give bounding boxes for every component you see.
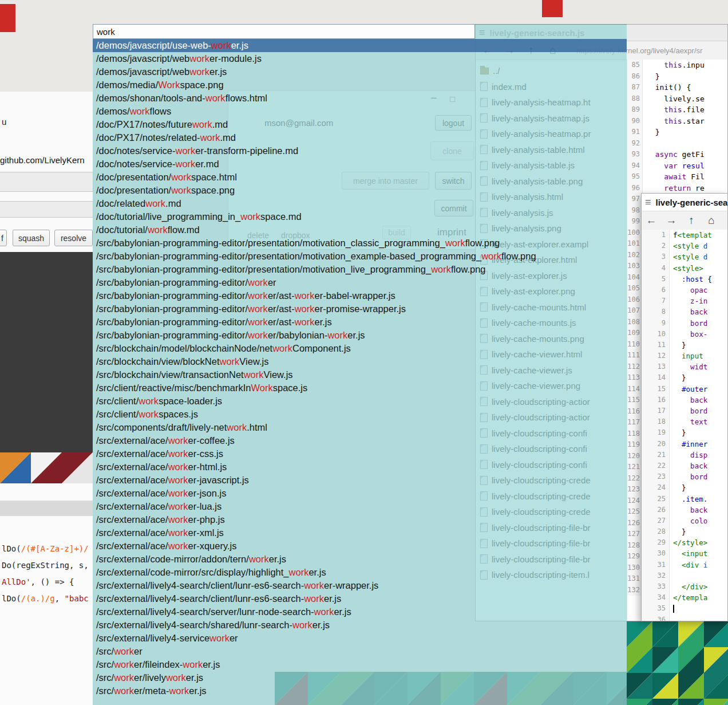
- dark-panel: [0, 252, 93, 452]
- search-result-item[interactable]: /demos/media/Workspace.png: [93, 78, 627, 92]
- search-result-item[interactable]: /src/external/lively4-search/server/lunr…: [93, 605, 627, 619]
- code-line: 8 back: [642, 306, 727, 317]
- code-line: 19 }: [642, 427, 727, 438]
- search-result-item[interactable]: /src/client/workspaces.js: [93, 408, 627, 421]
- resolve-button[interactable]: resolve: [54, 230, 93, 246]
- search-result-item[interactable]: /src/external/lively4-search/shared/lunr…: [93, 619, 627, 632]
- up-icon[interactable]: ↑: [684, 214, 699, 227]
- code-line: 5 :host {: [642, 274, 727, 285]
- code-line: 14 }: [642, 372, 727, 383]
- code-line: 94 var resul: [627, 160, 727, 172]
- search-result-item[interactable]: /src/external/ace/worker-xquery.js: [93, 539, 627, 553]
- code-line: 17 bord: [642, 405, 727, 416]
- forward-icon[interactable]: →: [664, 214, 679, 227]
- search-result-item[interactable]: /src/worker/fileindex-worker.js: [93, 658, 627, 671]
- search-result-item[interactable]: /src/worker: [93, 645, 627, 658]
- code-line: 88 lively.se: [627, 93, 727, 105]
- search-result-item[interactable]: /doc/relatedwork.md: [93, 197, 627, 210]
- search-result-item[interactable]: /src/external/ace/worker-coffee.js: [93, 434, 627, 447]
- menu-icon[interactable]: ≡: [645, 196, 651, 208]
- code-line: 91 }: [627, 127, 727, 138]
- triangle-pattern-bottom-right: [627, 621, 728, 705]
- search-result-item[interactable]: /src/babylonian-programming-editor/prese…: [93, 237, 627, 250]
- input-bar[interactable]: [0, 201, 93, 218]
- code-line: 18 text: [642, 416, 727, 427]
- search-result-item[interactable]: /doc/tutorial/live_programming_in_worksp…: [93, 210, 627, 223]
- search-result-item[interactable]: /src/external/ace/worker-php.js: [93, 513, 627, 526]
- code-line: 2<style d: [642, 241, 727, 251]
- code-line: 31 <div i: [642, 560, 727, 570]
- search-result-item[interactable]: /src/babylonian-programming-editor/worke…: [93, 316, 627, 329]
- code-line: 3<style d: [642, 251, 727, 262]
- search-result-item[interactable]: /src/babylonian-programming-editor/worke…: [93, 329, 627, 342]
- squash-button[interactable]: squash: [13, 230, 50, 246]
- search-result-item[interactable]: /src/external/lively4-serviceworker: [93, 632, 627, 645]
- search-result-item[interactable]: /src/external/code-mirror/addon/tern/wor…: [93, 553, 627, 566]
- search-result-item[interactable]: /src/worker/meta-worker.js: [93, 684, 627, 698]
- search-result-item[interactable]: /doc/PX17/notes/related-work.md: [93, 131, 627, 144]
- search-result-item[interactable]: /doc/presentation/workspace.png: [93, 184, 627, 197]
- code-line: 34</templa: [642, 592, 727, 603]
- search-result-item[interactable]: /src/external/ace/worker-json.js: [93, 487, 627, 500]
- search-result-item[interactable]: /src/blockchain/view/blockNetworkView.js: [93, 355, 627, 368]
- search-result-item[interactable]: /src/external/ace/worker-css.js: [93, 447, 627, 460]
- search-result-item[interactable]: /src/babylonian-programming-editor/worke…: [93, 276, 627, 289]
- triangle-pattern-left: [0, 452, 93, 483]
- code-line: 16 back: [642, 395, 727, 405]
- front-code-editor[interactable]: 1f<templat2<style d3<style d4<style>5 :h…: [642, 230, 727, 621]
- screen: u github.com/LivelyKern f squash resolve…: [0, 0, 728, 705]
- search-result-item[interactable]: /src/client/reactive/misc/benchmarkInWor…: [93, 381, 627, 395]
- code-line: 35: [642, 603, 727, 614]
- search-result-item[interactable]: /src/babylonian-programming-editor/prese…: [93, 250, 627, 263]
- front-window-titlebar: ≡ lively-generic-search.js: [642, 194, 727, 211]
- search-result-item[interactable]: /src/worker/livelyworker.js: [93, 671, 627, 684]
- search-result-item[interactable]: /src/external/ace/worker-html.js: [93, 460, 627, 474]
- search-result-item[interactable]: /src/external/lively4-search/client/lunr…: [93, 592, 627, 605]
- search-result-item[interactable]: /demos/javascript/webworker.js: [93, 65, 627, 78]
- search-result-item[interactable]: /doc/notes/service-worker-transform-pipe…: [93, 144, 627, 157]
- back-icon[interactable]: ←: [644, 214, 659, 227]
- code-line: 86 }: [627, 71, 727, 82]
- code-line: 36: [642, 615, 727, 621]
- home-icon[interactable]: ⌂: [704, 214, 719, 227]
- partial-button[interactable]: f: [0, 230, 7, 246]
- search-result-item[interactable]: /src/external/ace/worker-xml.js: [93, 526, 627, 539]
- text-fragment: u: [2, 117, 6, 127]
- code-line: 27 colo: [642, 515, 727, 526]
- code-line: 11 }: [642, 340, 727, 350]
- code-line: 30 <input: [642, 548, 727, 559]
- search-result-item[interactable]: /src/external/ace/worker-lua.js: [93, 500, 627, 513]
- search-overlay: /demos/javascript/use-web-worker.js/demo…: [93, 24, 627, 705]
- code-line: 85 this.inpu: [627, 60, 727, 71]
- input-bar[interactable]: [0, 172, 93, 192]
- search-result-item[interactable]: /src/external/code-mirror/src/display/hi…: [93, 566, 627, 579]
- code-line: 1f<templat: [642, 230, 727, 241]
- code-line: 6 opac: [642, 285, 727, 296]
- code-line: 25 .item.: [642, 494, 727, 505]
- search-result-item[interactable]: /src/babylonian-programming-editor/worke…: [93, 302, 627, 316]
- code-line: 33 </div>: [642, 581, 727, 592]
- front-window-title: lively-generic-search.js: [656, 198, 727, 207]
- search-result-item[interactable]: /doc/notes/service-worker.md: [93, 157, 627, 171]
- front-window-navbar: ← → ↑ ⌂: [642, 211, 727, 230]
- search-result-item[interactable]: /doc/presentation/workspace.html: [93, 171, 627, 184]
- search-result-item[interactable]: /doc/tutorial/workflow.md: [93, 223, 627, 237]
- search-result-item[interactable]: /src/external/ace/worker-javascript.js: [93, 474, 627, 487]
- code-line: 89 this.file: [627, 104, 727, 116]
- search-result-item[interactable]: /demos/shonan/tools-and-workflows.html: [93, 92, 627, 105]
- code-line: 90 this.star: [627, 116, 727, 127]
- search-result-item[interactable]: /src/blockchain/model/blockchainNode/net…: [93, 342, 627, 355]
- search-result-item[interactable]: /src/client/workspace-loader.js: [93, 395, 627, 408]
- search-result-item[interactable]: /src/external/lively4-search/client/lunr…: [93, 579, 627, 592]
- search-result-item[interactable]: /demos/javascript/webworker-module.js: [93, 52, 627, 65]
- search-result-item[interactable]: /doc/PX17/notes/futurework.md: [93, 118, 627, 131]
- code-line: 96 return re: [627, 183, 727, 194]
- github-url-fragment: github.com/LivelyKern: [0, 155, 85, 165]
- search-result-item[interactable]: /demos/workflows: [93, 105, 627, 118]
- search-input[interactable]: [93, 24, 475, 39]
- search-result-item[interactable]: /src/babylonian-programming-editor/prese…: [93, 263, 627, 276]
- search-result-item[interactable]: /demos/javascript/use-web-worker.js: [93, 39, 627, 52]
- search-result-item[interactable]: /src/blockchain/view/transactionNetworkV…: [93, 368, 627, 381]
- search-result-item[interactable]: /src/babylonian-programming-editor/worke…: [93, 289, 627, 302]
- search-result-item[interactable]: /src/components/draft/lively-network.htm…: [93, 421, 627, 434]
